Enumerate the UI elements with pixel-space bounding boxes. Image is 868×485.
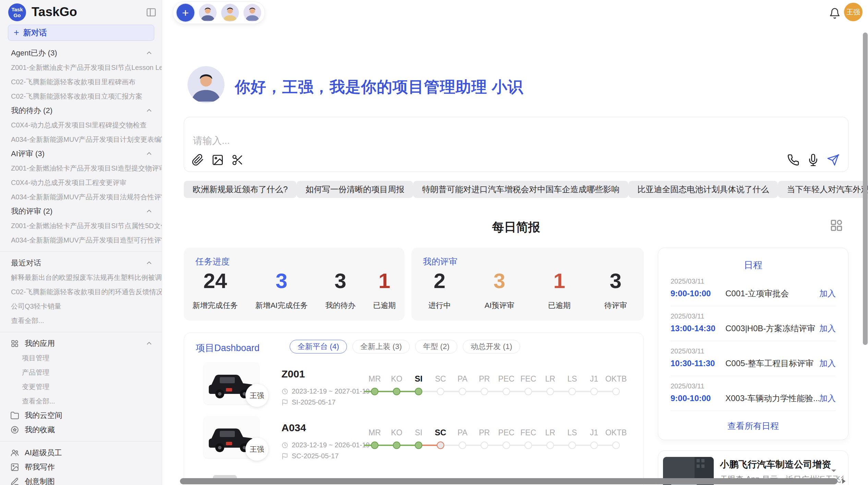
milestone-dot[interactable] <box>393 442 400 449</box>
sidebar-app-item[interactable]: 产品管理 <box>0 365 162 380</box>
chevron-up-icon[interactable] <box>145 107 153 114</box>
sidebar-recent-item[interactable]: C02-飞腾新能源轻客改款项目的闭环通告反馈情况 <box>0 285 162 299</box>
attachment-icon[interactable] <box>192 154 204 166</box>
user-avatar[interactable]: 王强 <box>844 3 863 21</box>
sidebar-item-my-apps[interactable]: 我的应用 <box>0 336 162 351</box>
sidebar-item-ai-super-staff[interactable]: AI超级员工 <box>0 446 162 460</box>
sidebar-section-header[interactable]: 我的待办 (2) <box>0 103 162 118</box>
milestone-dot[interactable] <box>481 442 488 449</box>
dashboard-filter-pill[interactable]: 全新平台 (4) <box>290 340 347 353</box>
project-code[interactable]: A034 <box>281 422 306 434</box>
sidebar-conversation-item[interactable]: Z001-全新燃油轻卡产品开发项目SI节点属性5D文件评审 <box>0 219 162 233</box>
join-meeting-link[interactable]: 加入 <box>819 358 836 369</box>
brief-layout-icon[interactable] <box>829 218 844 233</box>
sidebar-section-header[interactable]: 我的评审 (2) <box>0 204 162 219</box>
milestone-dot[interactable] <box>612 442 620 449</box>
agent-avatar-2[interactable] <box>221 4 239 22</box>
dashboard-filter-pill[interactable]: 年型 (2) <box>415 340 457 353</box>
suggestion-chip[interactable]: 如何写一份清晰的项目周报 <box>297 181 413 198</box>
milestone-dot[interactable] <box>371 442 378 449</box>
milestone-dot[interactable] <box>481 388 488 395</box>
sidebar-conversation-item[interactable]: A034-全新新能源MUV产品开发项目计划变更表编写 <box>0 132 162 147</box>
dashboard-filter-pill[interactable]: 全新上装 (3) <box>352 340 410 353</box>
sidebar-conversation-item[interactable]: A034-全新新能源MUV产品开发项目造型可行性评审 <box>0 233 162 247</box>
chevron-up-icon[interactable] <box>145 150 153 158</box>
sidebar-conversation-item[interactable]: C02-飞腾新能源轻客改款项目立项汇报方案 <box>0 89 162 103</box>
suggestion-chip[interactable]: 比亚迪全固态电池计划具体说了什么 <box>628 181 778 198</box>
milestone-dot[interactable] <box>590 388 598 395</box>
milestone-dot[interactable] <box>415 388 422 395</box>
sidebar-section-recent[interactable]: 最近对话 <box>0 256 162 270</box>
screenshot-scissors-icon[interactable] <box>231 154 244 166</box>
vertical-scrollbar[interactable] <box>863 33 868 345</box>
dashboard-filter-pill[interactable]: 动总开发 (1) <box>463 340 520 353</box>
chevron-up-icon[interactable] <box>145 340 153 347</box>
chevron-up-icon[interactable] <box>145 49 153 57</box>
milestone-cell: PEC <box>495 373 517 395</box>
join-meeting-link[interactable]: 加入 <box>819 393 836 404</box>
sidebar-item-help-me-write[interactable]: 帮我写作 <box>0 460 162 474</box>
sidebar-recent-item[interactable]: 公司Q3轻卡销量 <box>0 299 162 313</box>
chat-input[interactable]: 请输入... <box>193 134 230 147</box>
agent-avatar-3[interactable] <box>243 4 261 22</box>
microphone-icon[interactable] <box>807 154 819 166</box>
add-agent-button[interactable]: + <box>177 4 194 22</box>
sidebar-section-header[interactable]: Agent已办 (3) <box>0 46 162 60</box>
milestone-dot[interactable] <box>459 442 466 449</box>
agent-avatar-1[interactable] <box>199 4 217 22</box>
sidebar-conversation-item[interactable]: C0X4-动力总成开发项目SI里程碑提交物检查 <box>0 118 162 132</box>
sidebar-conversation-item[interactable]: C0X4-动力总成开发项目工程变更评审 <box>0 175 162 190</box>
milestone-dot[interactable] <box>503 442 510 449</box>
sidebar-section-header[interactable]: AI评审 (3) <box>0 147 162 161</box>
sidebar-app-item[interactable]: 项目管理 <box>0 351 162 365</box>
scroll-down-icon[interactable] <box>830 467 838 475</box>
milestone-dot[interactable] <box>612 388 620 395</box>
chevron-up-icon[interactable] <box>145 208 153 215</box>
milestone-dot[interactable] <box>590 442 598 449</box>
sidebar-recent-item[interactable]: 解释最新出台的欧盟报废车法规再生塑料比例被调至15%... <box>0 270 162 285</box>
horizontal-scrollbar[interactable] <box>180 478 837 484</box>
suggestion-chip[interactable]: 欧洲新规最近颁布了什么? <box>184 181 297 198</box>
sidebar-conversation-item[interactable]: C02-飞腾新能源轻客改款项目里程碑画布 <box>0 75 162 89</box>
sidebar-collapse-icon[interactable] <box>145 7 157 18</box>
sidebar-divider <box>0 251 162 252</box>
milestone-dot[interactable] <box>371 388 378 395</box>
milestone-dot[interactable] <box>546 388 554 395</box>
join-meeting-link[interactable]: 加入 <box>819 323 836 334</box>
view-all-schedule-link[interactable]: 查看所有日程 <box>658 420 848 432</box>
milestone-dot[interactable] <box>437 388 444 395</box>
milestone-dot[interactable] <box>503 388 510 395</box>
sidebar-conversation-item[interactable]: Z001-全新燃油皮卡产品开发项目SI节点Lesson Learn报告 <box>0 60 162 75</box>
suggestion-chip[interactable]: 特朗普可能对进口汽车增税会对中国车企造成哪些影响 <box>413 181 628 198</box>
stat-label: 我的待办 <box>325 300 355 311</box>
sidebar-conversation-item[interactable]: A034-全新新能源MUV产品开发项目法规符合性评审 <box>0 190 162 204</box>
milestone-dot[interactable] <box>393 388 400 395</box>
sidebar-app-item[interactable]: 查看全部... <box>0 394 162 408</box>
sidebar-item-cloud-space[interactable]: 我的云空间 <box>0 408 162 423</box>
chat-composer[interactable]: 请输入... <box>184 117 848 172</box>
image-upload-icon[interactable] <box>212 154 224 166</box>
milestone-dot[interactable] <box>546 442 554 449</box>
milestone-dot[interactable] <box>437 442 444 449</box>
join-meeting-link[interactable]: 加入 <box>819 288 836 299</box>
milestone-dot[interactable] <box>525 388 532 395</box>
sidebar-app-item[interactable]: 变更管理 <box>0 380 162 394</box>
notification-bell-icon[interactable] <box>829 8 841 19</box>
milestone-dot[interactable] <box>568 442 576 449</box>
sidebar-item-creative-drawing[interactable]: 创意制图 <box>0 474 162 485</box>
voice-call-icon[interactable] <box>787 154 799 166</box>
milestone-dot[interactable] <box>459 388 466 395</box>
suggestion-chip[interactable]: 当下年轻人对汽车外观有怎样的喜好趋势 <box>778 181 868 198</box>
sidebar-recent-item[interactable]: 查看全部... <box>0 313 162 328</box>
project-code[interactable]: Z001 <box>281 368 305 380</box>
sidebar-item-favorites[interactable]: 我的收藏 <box>0 423 162 437</box>
new-chat-button[interactable]: + 新对话 <box>8 25 154 41</box>
sidebar-divider <box>0 332 162 332</box>
milestone-dot[interactable] <box>525 442 532 449</box>
milestone-dot[interactable] <box>568 388 576 395</box>
sidebar-conversation-item[interactable]: Z001-全新燃油轻卡产品开发项目SI造型提交物评审 <box>0 161 162 175</box>
chevron-up-icon[interactable] <box>145 259 153 267</box>
milestone-dot[interactable] <box>415 442 422 449</box>
scroll-right-icon[interactable] <box>839 477 848 485</box>
send-icon[interactable] <box>827 154 839 166</box>
